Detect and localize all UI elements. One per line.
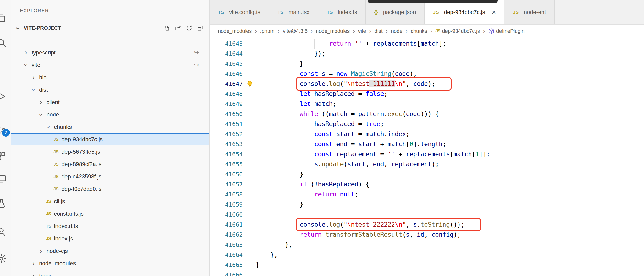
line-number[interactable]: 41648 — [210, 89, 243, 99]
tree-item-typescript[interactable]: ›typescript↪ — [11, 46, 209, 59]
project-section-header[interactable]: › VITE-PROJECT — [11, 21, 209, 35]
line-number[interactable]: 41662 — [210, 230, 243, 240]
editor-tab-main.tsx[interactable]: TSmain.tsx — [269, 0, 318, 24]
line-number[interactable]: 41653 — [210, 139, 243, 149]
breadcrumb-item[interactable]: dist — [374, 28, 382, 34]
code-line[interactable]: 41656} — [210, 169, 644, 180]
code-line[interactable]: 41662return transformStableResult(s, id,… — [210, 230, 644, 240]
refresh-icon[interactable] — [186, 25, 192, 31]
line-number[interactable]: 41651 — [210, 119, 243, 129]
tree-item-chunks[interactable]: ›chunks — [11, 121, 209, 133]
editor-tab-dep-934dbc7c.js[interactable]: JSdep-934dbc7c.js× — [425, 0, 504, 24]
code-line[interactable]: 41648let hasReplaced = false; — [210, 89, 644, 99]
line-number[interactable]: 41652 — [210, 129, 243, 139]
code-line[interactable]: 41653const end = start + match[0].length… — [210, 139, 644, 149]
tree-item-types[interactable]: ›types — [11, 270, 209, 276]
tree-item-node[interactable]: ›node — [11, 108, 209, 121]
new-file-icon[interactable] — [164, 25, 170, 31]
tree-item-dep-8989cf2a.js[interactable]: JSdep-8989cf2a.js — [11, 158, 209, 170]
line-number[interactable]: 41663 — [210, 240, 243, 250]
run-debug-icon[interactable] — [0, 91, 7, 102]
more-actions-icon[interactable]: ⋯ — [192, 6, 200, 15]
tree-item-vite[interactable]: ›vite↪ — [11, 59, 209, 71]
tree-item-dist[interactable]: ›dist — [11, 84, 209, 96]
breadcrumb-item[interactable]: node_modules — [218, 28, 252, 34]
code-line[interactable]: 41651hasReplaced = true; — [210, 119, 644, 129]
explorer-icon[interactable] — [0, 13, 7, 24]
line-number[interactable]: 41664 — [210, 250, 243, 260]
code-line[interactable]: 41643return '' + replacements[match]; — [210, 38, 644, 49]
code-line[interactable]: 41664}; — [210, 250, 644, 260]
close-icon[interactable]: × — [492, 9, 496, 16]
breadcrumb-item[interactable]: .pnpm — [260, 28, 274, 34]
tree-item-dep-5673ffe5.js[interactable]: JSdep-5673ffe5.js — [11, 146, 209, 158]
line-number[interactable]: 41657 — [210, 180, 243, 190]
line-number[interactable]: 41661 — [210, 220, 243, 230]
tree-item-dep-f0c7dae0.js[interactable]: JSdep-f0c7dae0.js — [11, 183, 209, 195]
remote-icon[interactable] — [0, 174, 7, 184]
breadcrumb-item[interactable]: definePlugin — [488, 28, 524, 34]
code-line[interactable]: 41658return null; — [210, 190, 644, 200]
code-line[interactable]: 41646const s = new MagicString(code); — [210, 69, 644, 79]
code-line[interactable]: 41650while ((match = pattern.exec(code))… — [210, 109, 644, 119]
code-line[interactable]: 41660 — [210, 210, 644, 220]
line-number[interactable]: 41647 — [210, 79, 243, 89]
editor-tab-index.ts[interactable]: TSindex.ts — [318, 0, 366, 24]
tree-item-node_modules[interactable]: ›node_modules — [11, 257, 209, 270]
line-number[interactable]: 41654 — [210, 149, 243, 159]
line-number[interactable]: 41655 — [210, 159, 243, 169]
line-number[interactable]: 41649 — [210, 99, 243, 109]
code-line[interactable]: 41665} — [210, 260, 644, 270]
editor-tab-vite.config.ts[interactable]: TSvite.config.ts — [210, 0, 269, 24]
code-line[interactable]: 41661console.log("\ntest 222222\n", s.to… — [210, 220, 644, 230]
new-folder-icon[interactable] — [175, 25, 181, 31]
search-icon[interactable] — [0, 38, 7, 49]
code-line[interactable]: 41666 — [210, 270, 644, 276]
line-number[interactable]: 41656 — [210, 169, 243, 180]
editor-tab-package.json[interactable]: {}package.json — [366, 0, 425, 24]
breadcrumb-item[interactable]: node — [391, 28, 402, 34]
tree-item-bin[interactable]: ›bin — [11, 71, 209, 84]
breadcrumb-item[interactable]: node_modules — [316, 28, 350, 34]
tree-item-index.js[interactable]: JSindex.js — [11, 232, 209, 245]
tree-item-dep-c423598f.js[interactable]: JSdep-c423598f.js — [11, 170, 209, 183]
line-number[interactable]: 41650 — [210, 109, 243, 119]
code-line[interactable]: 41663}, — [210, 240, 644, 250]
tree-item-cli.js[interactable]: JScli.js — [11, 195, 209, 208]
line-number[interactable]: 41658 — [210, 190, 243, 200]
code-line[interactable]: 41644}); — [210, 49, 644, 59]
extensions-icon[interactable] — [0, 151, 7, 162]
breadcrumb-item[interactable]: chunks — [411, 28, 427, 34]
line-number[interactable]: 41665 — [210, 260, 243, 270]
account-icon[interactable] — [0, 227, 7, 238]
tree-item-node-cjs[interactable]: ›node-cjs — [11, 245, 209, 257]
tree-item-constants.js[interactable]: JSconstants.js — [11, 208, 209, 220]
code-line[interactable]: 41649let match; — [210, 99, 644, 109]
code-line[interactable]: 41645} — [210, 59, 644, 69]
line-number[interactable]: 41660 — [210, 210, 243, 220]
code-line[interactable]: 41655s.update(start, end, replacement); — [210, 159, 644, 169]
code-line[interactable]: 41652const start = match.index; — [210, 129, 644, 139]
line-number[interactable]: 41646 — [210, 69, 243, 79]
test-icon[interactable] — [0, 198, 7, 209]
line-number[interactable]: 41643 — [210, 38, 243, 49]
line-number[interactable]: 41645 — [210, 59, 243, 69]
tree-item-dep-934dbc7c.js[interactable]: JSdep-934dbc7c.js — [11, 133, 209, 146]
settings-icon[interactable] — [0, 254, 7, 264]
breadcrumb-item[interactable]: vite — [358, 28, 366, 34]
breadcrumb-item[interactable]: vite@4.3.5 — [283, 28, 308, 34]
code-line[interactable]: 41657if (!hasReplaced) { — [210, 180, 644, 190]
line-number[interactable]: 41644 — [210, 49, 243, 59]
code-line[interactable]: 41659} — [210, 200, 644, 210]
breadcrumb-item[interactable]: JSdep-934dbc7c.js — [436, 28, 480, 34]
lightbulb-icon[interactable] — [243, 79, 256, 89]
line-number[interactable]: 41666 — [210, 270, 243, 276]
code-line[interactable]: 41647console.log("\ntest 111111\n", code… — [210, 79, 644, 89]
line-number[interactable]: 41659 — [210, 200, 243, 210]
code-line[interactable]: 41654const replacement = '' + replacemen… — [210, 149, 644, 159]
tree-item-index.d.ts[interactable]: TSindex.d.ts — [11, 220, 209, 232]
editor-tab-node-ent[interactable]: JSnode-ent — [504, 0, 554, 24]
collapse-all-icon[interactable] — [197, 25, 203, 31]
tree-item-client[interactable]: ›client — [11, 96, 209, 108]
code-editor[interactable]: 41643return '' + replacements[match];416… — [210, 38, 644, 276]
